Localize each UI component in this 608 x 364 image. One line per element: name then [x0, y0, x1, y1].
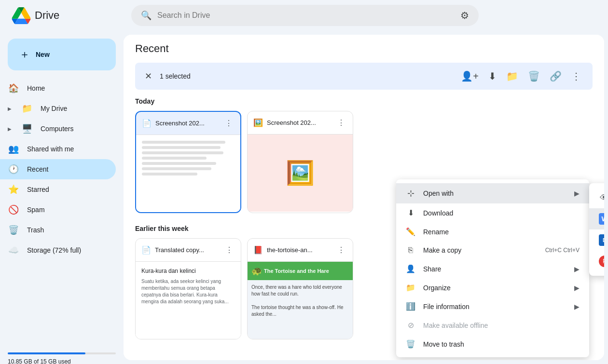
context-menu-move-to-trash[interactable]: 🗑️ Move to trash: [396, 335, 589, 353]
open-with-icon: ⊹: [406, 188, 415, 199]
nav-item-home[interactable]: 🏠 Home: [0, 78, 116, 98]
make-copy-shortcut: Ctrl+C Ctrl+V: [545, 247, 580, 254]
submenu-preview[interactable]: 👁 Preview: [589, 187, 604, 208]
nav-item-starred[interactable]: ⭐ Starred: [0, 179, 116, 200]
nav-item-computers[interactable]: ▶ 🖥️ Computers: [0, 119, 116, 139]
file-info-label: File information: [423, 303, 470, 310]
share-arrow: ▶: [574, 265, 580, 273]
submenu-open-with: 👁 Preview W Google Docs D DocHub - PDF S…: [589, 183, 604, 276]
dochub-icon: D: [599, 234, 604, 246]
shared-with-me-icon: 👥: [8, 144, 19, 154]
nav-label-home: Home: [27, 84, 45, 92]
file-info-arrow: ▶: [574, 303, 580, 310]
computers-icon: 🖥️: [21, 123, 33, 134]
nav-item-storage[interactable]: ☁️ Storage (72% full): [0, 240, 116, 260]
storage-used-text: 10.85 GB of 15 GB used: [8, 358, 116, 364]
recent-icon: 🕐: [8, 164, 19, 175]
nav-item-spam[interactable]: 🚫 Spam: [0, 200, 116, 220]
expand-arrow-computers[interactable]: ▶: [8, 126, 12, 132]
context-menu: ⊹ Open with ▶ 👁 Preview W Google Docs: [396, 179, 589, 357]
file-info-ctx-icon: ℹ️: [406, 302, 415, 311]
filter-icon[interactable]: ⚙: [460, 10, 469, 21]
storage-icon: ☁️: [8, 245, 19, 256]
offline-ctx-icon: ⊘: [406, 321, 415, 330]
preview-icon: 👁: [599, 192, 604, 203]
organize-label: Organize: [423, 284, 451, 292]
spam-icon: 🚫: [8, 204, 19, 215]
rename-label: Rename: [423, 228, 449, 236]
download-ctx-icon: ⬇: [406, 208, 415, 217]
organize-arrow: ▶: [574, 284, 580, 292]
submenu-dochub[interactable]: D DocHub - PDF Sign and Edit: [589, 229, 604, 251]
app-name: Drive: [35, 9, 59, 22]
nav-label-starred: Starred: [27, 186, 49, 193]
trash-label: Move to trash: [423, 340, 464, 348]
storage-bar-bg: [8, 352, 116, 354]
starred-icon: ⭐: [8, 184, 19, 195]
nav-label-shared-with-me: Shared with me: [27, 145, 74, 153]
trash-icon: 🗑️: [8, 225, 19, 235]
context-menu-open-with[interactable]: ⊹ Open with ▶ 👁 Preview W Google Docs: [396, 183, 589, 203]
my-drive-icon: 📁: [21, 103, 33, 114]
nav-item-recent[interactable]: 🕐 Recent: [0, 159, 116, 179]
pdf-merge-icon: P: [599, 256, 604, 267]
expand-arrow-my-drive[interactable]: ▶: [8, 106, 12, 111]
sidebar: ＋ New 🏠 Home ▶ 📁 My Drive ▶ 🖥️ Computers…: [0, 31, 124, 364]
share-ctx-icon: 👤: [406, 264, 415, 273]
main-content: Recent ✕ 1 selected 👤+ ⬇ 📁 🗑️ 🔗 ⋮ Today: [124, 35, 604, 360]
context-menu-make-copy[interactable]: ⎘ Make a copy Ctrl+C Ctrl+V: [396, 241, 589, 259]
storage-bar-fill: [8, 352, 85, 354]
nav-label-trash: Trash: [27, 226, 44, 234]
organize-ctx-icon: 📁: [406, 283, 415, 292]
rename-ctx-icon: ✏️: [406, 227, 415, 236]
new-button-label: New: [36, 51, 50, 58]
make-copy-label: Make a copy: [423, 246, 461, 254]
context-menu-file-info[interactable]: ℹ️ File information ▶: [396, 297, 589, 316]
search-bar: 🔍 ⚙: [131, 5, 479, 26]
new-icon: ＋: [19, 47, 30, 62]
nav-item-shared-with-me[interactable]: 👥 Shared with me: [0, 139, 116, 159]
download-label: Download: [423, 209, 453, 217]
google-docs-icon: W: [599, 213, 604, 225]
context-menu-share[interactable]: 👤 Share ▶: [396, 259, 589, 278]
home-icon: 🏠: [8, 83, 19, 94]
nav-label-my-drive: My Drive: [41, 105, 67, 112]
storage-section: 10.85 GB of 15 GB used Get more storage: [0, 347, 124, 364]
context-menu-download[interactable]: ⬇ Download: [396, 203, 589, 222]
new-button[interactable]: ＋ New: [8, 39, 116, 70]
content-area: Recent ✕ 1 selected 👤+ ⬇ 📁 🗑️ 🔗 ⋮ Today: [124, 35, 604, 360]
nav-item-my-drive[interactable]: ▶ 📁 My Drive: [0, 98, 116, 119]
open-with-label: Open with: [423, 189, 454, 197]
nav-label-computers: Computers: [41, 125, 73, 133]
drive-logo-icon: [12, 7, 31, 24]
share-label: Share: [423, 265, 441, 273]
trash-ctx-icon: 🗑️: [406, 339, 415, 349]
offline-label: Make available offline: [423, 322, 488, 329]
nav-label-spam: Spam: [27, 206, 45, 214]
nav-item-trash[interactable]: 🗑️ Trash: [0, 220, 116, 240]
submenu-pdf-merge[interactable]: P PDF Merge and Split: [589, 251, 604, 272]
make-copy-ctx-icon: ⎘: [406, 246, 415, 255]
search-input[interactable]: [157, 11, 455, 20]
nav-label-storage: Storage (72% full): [27, 246, 81, 254]
logo-area: Drive: [8, 7, 131, 24]
context-menu-rename[interactable]: ✏️ Rename: [396, 222, 589, 241]
context-menu-offline: ⊘ Make available offline: [396, 316, 589, 335]
context-menu-organize[interactable]: 📁 Organize ▶: [396, 278, 589, 297]
submenu-google-docs[interactable]: W Google Docs: [589, 208, 604, 229]
open-with-arrow: ▶: [574, 189, 580, 197]
nav-label-recent: Recent: [27, 165, 48, 173]
search-icon: 🔍: [141, 10, 152, 21]
